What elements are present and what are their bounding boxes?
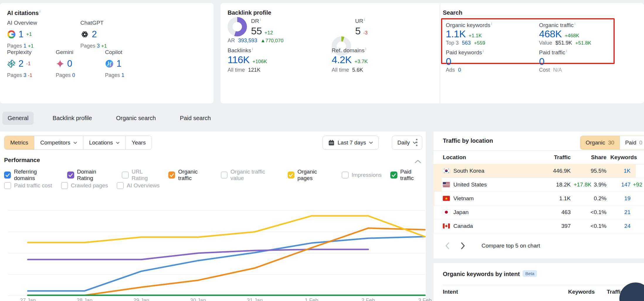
ref-domains-value[interactable]: 4.2K +3.7K [332, 55, 368, 65]
location-name: Canada [443, 219, 473, 233]
pages-value-link[interactable]: 3 [23, 72, 26, 78]
location-row-vietnam[interactable]: Vietnam 1.1K 0.2% 19 [433, 191, 644, 206]
metric-checkbox-organic-traffic[interactable]: Organic traffic [168, 169, 212, 181]
metric-checkbox-paid-traffic[interactable]: Paid traffic [390, 169, 426, 181]
ads-line: Ads 0 [446, 67, 461, 73]
ai-source-pages: Pages0 [56, 72, 105, 78]
google-icon [7, 30, 16, 39]
location-name: South Korea [443, 164, 484, 178]
metric-checkbox-url-rating[interactable]: URL Rating [122, 169, 160, 181]
filter-years-button[interactable]: Years [126, 136, 152, 149]
info-icon: i [260, 18, 261, 22]
canada-flag-icon [443, 223, 450, 228]
metric-checkbox-paid-traffic-cost[interactable]: Paid traffic cost [4, 182, 52, 189]
toggle-paid[interactable]: Paid 0 [620, 136, 644, 149]
pages-value-link[interactable]: 1 [121, 72, 124, 78]
ai-citation-item: AI Overview 1+1 Pages1+1 [7, 20, 80, 49]
location-table-header: Location Traffic Share Keywords [433, 150, 644, 164]
pages-value-link[interactable]: 3 [97, 43, 100, 49]
metric-checkbox-ai-overviews[interactable]: AI Overviews [117, 182, 160, 189]
info-icon: i [365, 47, 366, 51]
location-table-footer: Compare top 5 on chart [433, 233, 644, 258]
ref-domains-label: Ref. domainsi [332, 47, 366, 54]
info-icon: i [364, 18, 365, 22]
united-states-flag-icon [443, 182, 450, 187]
info-icon: i [491, 22, 492, 26]
performance-line-chart [0, 189, 426, 301]
tab-organic-search[interactable]: Organic search [111, 112, 161, 125]
location-keywords-link[interactable]: 147 [598, 178, 631, 191]
top3-value-link[interactable]: 563 [462, 40, 471, 46]
metric-checkbox-impressions[interactable]: Impressions [342, 171, 382, 179]
location-name: United States [443, 178, 487, 191]
location-row-united-states[interactable]: United States 18.2K +17.8K 3.9% 147 +92 [433, 178, 644, 192]
filter-locations-button[interactable]: Locations [83, 136, 126, 149]
collapse-section-button[interactable] [413, 157, 423, 166]
metric-checkbox-domain-rating[interactable]: Domain Rating [67, 169, 113, 181]
date-range-button[interactable]: Last 7 days [323, 136, 379, 150]
check-icon [392, 173, 396, 177]
perplexity-icon [7, 59, 16, 68]
ai-source-value: 1 [105, 58, 164, 69]
ai-source-pages: Pages1 [105, 72, 164, 78]
pages-value-link[interactable]: 0 [72, 72, 75, 78]
ai-citation-item: ChatGPT 2 Pages3+1 [80, 20, 154, 49]
date-range-label: Last 7 days [338, 139, 366, 146]
x-tick-label: 27 Jan [20, 297, 36, 301]
col-keywords: Keywords [608, 151, 637, 164]
pages-value-link[interactable]: 1 [23, 43, 26, 49]
location-keywords-link[interactable]: 1K [598, 164, 631, 178]
location-row-japan[interactable]: Japan 463 <0.1% 21 [433, 205, 644, 219]
gemini-icon [56, 59, 65, 68]
organic-keywords-value[interactable]: 1.1K +1.1K [446, 29, 482, 39]
share-bar [433, 219, 434, 233]
ai-source-value: 0 [56, 58, 105, 69]
location-name: Vietnam [443, 191, 474, 205]
tab-paid-search[interactable]: Paid search [174, 112, 216, 125]
paid-keywords-label: Paid keywordsi [446, 49, 484, 56]
paid-traffic-label: Paid traffici [539, 49, 567, 56]
info-icon: i [252, 47, 253, 51]
keywords-by-intent-panel: Organic keywords by intentBeta Intent Ke… [433, 263, 644, 301]
toggle-organic[interactable]: Organic 30 [580, 136, 620, 149]
location-row-canada[interactable]: Canada 397 <0.1% 24 [433, 219, 644, 233]
more-options-kebab[interactable] [412, 136, 421, 149]
ar-value-link[interactable]: 393,593 [238, 38, 257, 43]
location-keywords-link[interactable]: 19 [598, 191, 631, 205]
backlinks-label: Backlinksi [228, 47, 253, 54]
location-keywords-link[interactable]: 24 [598, 219, 631, 233]
x-tick-label: 2 Feb [362, 297, 375, 301]
compare-top5-link[interactable]: Compare top 5 on chart [482, 243, 540, 249]
backlinks-value[interactable]: 116K +106K [228, 55, 267, 65]
chevron-down-icon [73, 142, 77, 144]
kebab-icon [416, 138, 418, 147]
metric-checkbox-organic-pages[interactable]: Organic pages [288, 169, 333, 181]
location-traffic: 18.2K [527, 178, 571, 191]
tab-general[interactable]: General [2, 112, 34, 125]
metric-checkbox-organic-traffic-value[interactable]: Organic traffic value [221, 169, 279, 181]
tab-backlink-profile[interactable]: Backlink profile [47, 112, 97, 125]
organic-traffic-value[interactable]: 468K +468K [539, 29, 579, 39]
chevron-down-icon [116, 142, 120, 144]
top3-line: Top 3 563 +559 [446, 40, 485, 46]
granularity-label: Daily [397, 139, 410, 146]
next-page-chevron[interactable] [461, 242, 465, 249]
prev-page-chevron[interactable] [445, 242, 450, 249]
metric-checkbox-crawled-pages[interactable]: Crawled pages [61, 182, 108, 189]
ai-source-label: AI Overview [7, 20, 80, 26]
location-keywords-delta: +92 [633, 178, 642, 191]
location-keywords-link[interactable]: 21 [598, 205, 631, 219]
ref-domains-alltime: All time 5.6K [332, 67, 363, 73]
paid-keywords-value: 0 [446, 56, 451, 66]
cost-line: Cost N/A [539, 67, 562, 73]
ai-source-value: 2-1 [7, 58, 56, 69]
filter-competitors-button[interactable]: Competitors [34, 136, 83, 149]
filter-metrics-button[interactable]: Metrics [4, 136, 34, 149]
ai-source-label: Gemini [56, 49, 105, 56]
check-icon [68, 173, 73, 177]
check-icon [5, 173, 10, 177]
location-row-south-korea[interactable]: South Korea 446.9K 95.5% 1K [433, 164, 644, 178]
organic-keywords-label: Organic keywordsi [446, 22, 492, 28]
metric-checkbox-referring-domains[interactable]: Referring domains [4, 169, 58, 181]
location-traffic: 1.1K [527, 191, 571, 205]
